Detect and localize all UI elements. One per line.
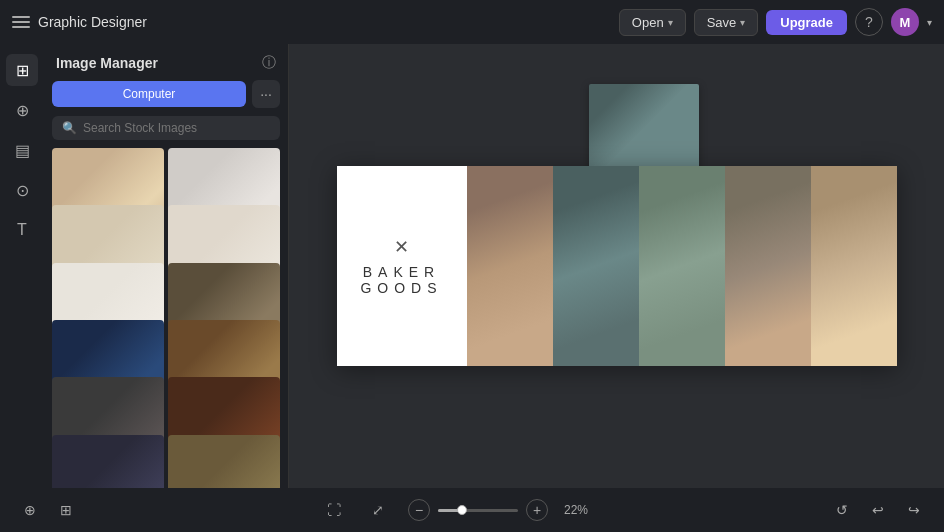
bottom-right: ↺ ↩ ↪ (828, 496, 928, 524)
zoom-percent: 22% (564, 503, 588, 517)
floating-image (589, 84, 699, 174)
zoom-out-button[interactable]: − (408, 499, 430, 521)
more-options-button[interactable]: ··· (252, 80, 280, 108)
fit-screen-icon[interactable]: ⛶ (320, 496, 348, 524)
canvas-image-2 (553, 166, 639, 366)
canvas-area[interactable]: ✕ BAKER GOODS (289, 44, 944, 488)
toolbar-elements-icon[interactable]: ⊕ (6, 94, 38, 126)
zoom-controls: − + (408, 499, 548, 521)
zoom-in-button[interactable]: + (526, 499, 548, 521)
sidebar-title: Image Manager (56, 55, 158, 71)
search-icon: 🔍 (62, 121, 77, 135)
bottom-left: ⊕ ⊞ (16, 496, 80, 524)
info-icon[interactable]: ⓘ (262, 54, 276, 72)
layers-toggle-icon[interactable]: ⊕ (16, 496, 44, 524)
resize-icon[interactable]: ⤢ (364, 496, 392, 524)
topbar-left: Graphic Designer (12, 13, 611, 31)
topbar-center: Open ▾ Save ▾ (619, 9, 758, 36)
canvas-image-5 (811, 166, 897, 366)
grid-toggle-icon[interactable]: ⊞ (52, 496, 80, 524)
topbar-right: Upgrade ? M ▾ (766, 8, 932, 36)
topbar: Graphic Designer Open ▾ Save ▾ Upgrade ?… (0, 0, 944, 44)
brand-name-1: BAKER (363, 264, 440, 280)
sidebar-actions: Computer ··· (44, 80, 288, 116)
image-item[interactable] (52, 435, 164, 488)
chevron-right-icon: ▾ (927, 17, 932, 28)
canvas-image-1 (467, 166, 553, 366)
zoom-slider[interactable] (438, 509, 518, 512)
save-button[interactable]: Save ▾ (694, 9, 759, 36)
design-canvas: ✕ BAKER GOODS (337, 166, 897, 366)
computer-button[interactable]: Computer (52, 81, 246, 107)
sidebar-header: Image Manager ⓘ (44, 44, 288, 80)
left-toolbar: ⊞ ⊕ ▤ ⊙ T (0, 44, 44, 488)
toolbar-shapes-icon[interactable]: ⊙ (6, 174, 38, 206)
canvas-images (467, 166, 897, 366)
app-title: Graphic Designer (38, 14, 147, 30)
search-input[interactable] (83, 121, 270, 135)
avatar[interactable]: M (891, 8, 919, 36)
bottom-toolbar: ⊕ ⊞ ⛶ ⤢ − + 22% ↺ ↩ ↪ (0, 488, 944, 532)
bottom-center: ⛶ ⤢ − + 22% (320, 496, 588, 524)
image-item[interactable] (168, 435, 280, 488)
chevron-down-icon: ▾ (668, 17, 673, 28)
canvas-brand: ✕ BAKER GOODS (337, 166, 467, 366)
redo-button[interactable]: ↪ (900, 496, 928, 524)
canvas-image-4 (725, 166, 811, 366)
search-box: 🔍 (52, 116, 280, 140)
toolbar-text-icon[interactable]: T (6, 214, 38, 246)
toolbar-layers-icon[interactable]: ▤ (6, 134, 38, 166)
canvas-image-3 (639, 166, 725, 366)
menu-icon[interactable] (12, 13, 30, 31)
zoom-slider-thumb[interactable] (457, 505, 467, 515)
chevron-down-icon: ▾ (740, 17, 745, 28)
sidebar: Image Manager ⓘ Computer ··· 🔍 Drag or D… (44, 44, 289, 488)
help-button[interactable]: ? (855, 8, 883, 36)
open-button[interactable]: Open ▾ (619, 9, 686, 36)
main-content: ⊞ ⊕ ▤ ⊙ T Image Manager ⓘ Computer ··· 🔍… (0, 44, 944, 488)
toolbar-images-icon[interactable]: ⊞ (6, 54, 38, 86)
upgrade-button[interactable]: Upgrade (766, 10, 847, 35)
refresh-icon[interactable]: ↺ (828, 496, 856, 524)
image-grid: Drag or Double Click (44, 148, 288, 488)
brand-icon: ✕ (394, 236, 409, 258)
undo-button[interactable]: ↩ (864, 496, 892, 524)
brand-name-2: GOODS (360, 280, 442, 296)
